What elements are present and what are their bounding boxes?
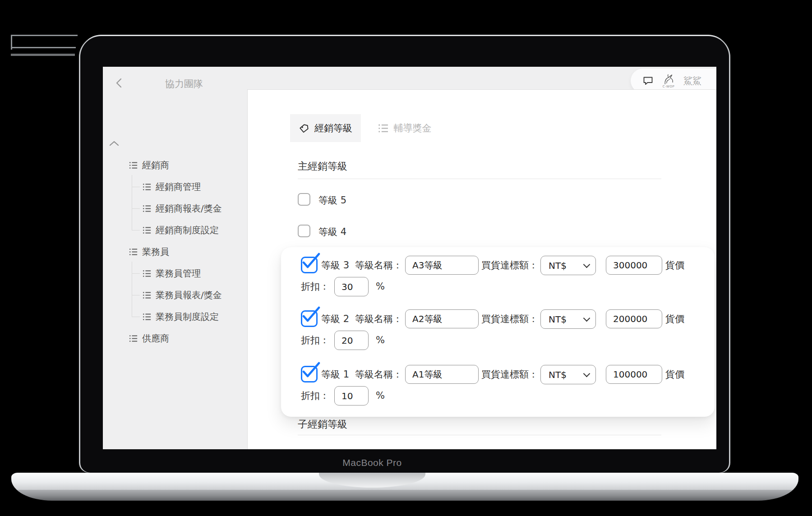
level-settings-card: 等級 3 等級名稱： 買貨達標額： NT$ 貨價 折扣： % — [281, 247, 715, 417]
discount-label: 折扣： — [301, 389, 329, 402]
device-label: MacBook Pro — [282, 457, 462, 468]
stage: MacBook Pro 協力團隊 — [0, 0, 812, 516]
target-amount-input[interactable] — [606, 256, 662, 275]
tree-connector — [132, 208, 140, 209]
brand-logo-caption: C-WOP — [663, 85, 674, 88]
currency-select[interactable]: NT$ — [540, 256, 596, 275]
chevron-up-icon — [108, 140, 120, 147]
chevron-down-icon — [583, 315, 591, 322]
percent-label: % — [376, 333, 385, 347]
level-2-row: 等級 2 等級名稱： 買貨達標額： NT$ 貨價 折扣： % — [281, 309, 715, 350]
price-suffix-label: 貨價 — [665, 368, 684, 381]
chevron-left-icon — [111, 75, 127, 91]
list-icon — [143, 269, 151, 278]
background-artifact-line — [11, 35, 78, 36]
currency-value: NT$ — [549, 260, 567, 271]
background-artifact-line — [11, 47, 76, 48]
app-screen: 協力團隊 C-WOP 鯊鯊 — [103, 67, 716, 449]
sidebar-item-supplier[interactable]: 供應商 — [129, 332, 169, 345]
level-label: 等級 3 — [321, 258, 349, 272]
discount-input[interactable] — [334, 331, 369, 350]
purchase-target-label: 買貨達標額： — [481, 258, 538, 272]
brand-logo[interactable]: C-WOP — [662, 74, 675, 88]
page-title: 協力團隊 — [165, 78, 203, 90]
list-icon — [129, 248, 138, 256]
sidebar-item-distributor-settings[interactable]: 經銷商制度設定 — [143, 224, 219, 236]
level-5-checkbox[interactable] — [298, 193, 310, 206]
discount-input[interactable] — [334, 386, 369, 405]
chat-button[interactable] — [642, 75, 654, 86]
list-icon — [143, 291, 151, 299]
currency-select[interactable]: NT$ — [540, 365, 596, 384]
target-amount-input[interactable] — [606, 365, 662, 384]
level-name-input[interactable] — [405, 256, 479, 275]
percent-label: % — [376, 389, 385, 402]
tree-connector — [132, 295, 140, 295]
tab-label: 輔導獎金 — [394, 122, 432, 134]
user-name[interactable]: 鯊鯊 — [683, 75, 701, 87]
list-icon — [143, 313, 151, 321]
sidebar-item-label: 業務員制度設定 — [156, 311, 219, 323]
sidebar-item-label: 供應商 — [142, 332, 169, 345]
sidebar-item-distributor-reports[interactable]: 經銷商報表/獎金 — [143, 202, 222, 215]
sidebar-item-label: 業務員 — [142, 246, 169, 258]
list-icon — [129, 334, 138, 343]
tree-connector — [132, 273, 140, 274]
level-3-checkbox[interactable] — [301, 257, 318, 273]
level-3-row: 等級 3 等級名稱： 買貨達標額： NT$ 貨價 折扣： % — [281, 255, 715, 297]
currency-value: NT$ — [549, 314, 567, 325]
chevron-down-icon — [583, 261, 591, 268]
sidebar-item-sales-management[interactable]: 業務員管理 — [143, 267, 201, 280]
purchase-target-label: 買貨達標額： — [481, 312, 538, 326]
sidebar-item-label: 經銷商 — [142, 159, 169, 171]
section-title-sub-distributor-level: 子經銷等級 — [298, 418, 347, 431]
tab-label: 經銷等級 — [314, 122, 352, 134]
section-divider — [298, 435, 661, 435]
list-icon — [143, 183, 151, 191]
list-icon — [143, 204, 151, 213]
discount-label: 折扣： — [301, 333, 329, 347]
level-name-input[interactable] — [405, 309, 479, 328]
sidebar-item-label: 經銷商制度設定 — [156, 224, 219, 236]
level-label: 等級 1 — [321, 368, 349, 381]
tab-distributor-level[interactable]: 經銷等級 — [290, 114, 361, 142]
sidebar-item-label: 經銷商報表/獎金 — [156, 203, 222, 215]
level-5-label: 等級 5 — [318, 194, 346, 207]
sidebar-item-sales[interactable]: 業務員 — [129, 245, 169, 258]
sidebar-item-distributor-management[interactable]: 經銷商管理 — [143, 180, 201, 193]
sidebar-item-sales-reports[interactable]: 業務員報表/獎金 — [143, 289, 222, 301]
currency-value: NT$ — [549, 369, 567, 380]
section-divider — [298, 179, 661, 179]
sidebar-item-sales-settings[interactable]: 業務員制度設定 — [143, 310, 219, 323]
currency-select[interactable]: NT$ — [540, 309, 596, 329]
tab-coaching-bonus[interactable]: 輔導獎金 — [366, 114, 443, 142]
list-icon — [143, 226, 151, 235]
level-name-field-label: 等級名稱： — [355, 368, 402, 381]
level-name-input[interactable] — [405, 365, 479, 384]
level-name-field-label: 等級名稱： — [355, 312, 402, 326]
tree-connector — [132, 187, 140, 187]
level-1-checkbox[interactable] — [301, 366, 318, 382]
price-suffix-label: 貨價 — [665, 258, 684, 272]
tree-connector — [132, 317, 140, 317]
target-amount-input[interactable] — [606, 309, 662, 328]
section-title-main-distributor-level: 主經銷等級 — [298, 160, 347, 173]
tree-connector — [132, 175, 132, 230]
chat-icon — [642, 75, 654, 86]
back-button[interactable] — [111, 75, 127, 91]
sidebar-item-distributor[interactable]: 經銷商 — [129, 159, 169, 171]
tree-connector — [132, 262, 132, 317]
tree-connector — [132, 230, 140, 230]
level-2-checkbox[interactable] — [301, 310, 318, 327]
level-name-field-label: 等級名稱： — [355, 258, 402, 272]
list-icon — [129, 161, 138, 170]
sidebar-collapse-button[interactable] — [108, 140, 121, 149]
price-suffix-label: 貨價 — [665, 312, 684, 326]
sidebar-item-label: 業務員管理 — [156, 267, 201, 280]
level-4-checkbox[interactable] — [298, 225, 310, 237]
purchase-target-label: 買貨達標額： — [481, 368, 538, 381]
sidebar-item-label: 業務員報表/獎金 — [156, 289, 222, 301]
discount-input[interactable] — [334, 277, 369, 296]
list-icon — [378, 123, 388, 134]
unicorn-logo-icon — [662, 74, 675, 85]
